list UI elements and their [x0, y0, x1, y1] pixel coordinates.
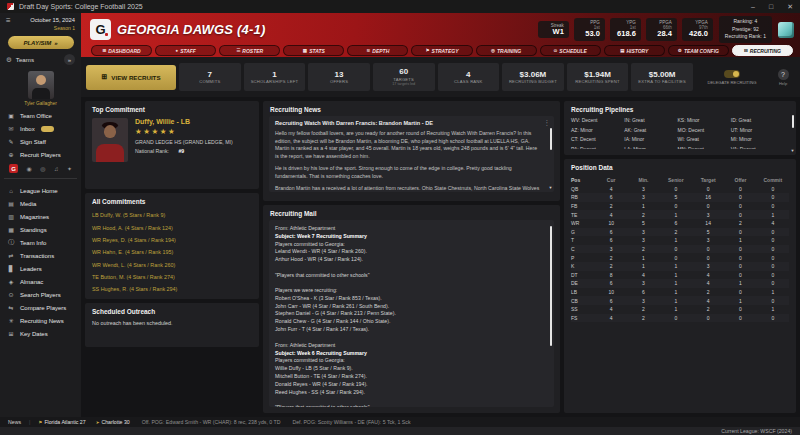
- nav-tab[interactable]: ⚑ STRATEGY: [411, 45, 472, 56]
- nav-tab[interactable]: ⚙ TEAM CONFIG: [668, 45, 729, 56]
- table-row: WR 10 5 6 14 2 4: [571, 219, 789, 228]
- pipelines-scrollbar[interactable]: [792, 115, 794, 128]
- position-cell: G: [571, 229, 595, 235]
- article-paragraph: He is driven by his love of the sport. S…: [275, 165, 542, 180]
- play-sim-button[interactable]: PLAY/SIM »: [8, 36, 74, 49]
- stat-card-value: 4: [466, 70, 470, 80]
- position-cell: C: [571, 246, 595, 252]
- commitment-item[interactable]: TE Button, M. (4 Stars / Rank 274): [85, 271, 259, 283]
- nav-tab-icon: ☰: [236, 48, 240, 53]
- ticker-item[interactable]: Def. POG: Scotty Williams - DE (FAU): 5 …: [290, 419, 410, 425]
- commitment-item[interactable]: WR Hood, A. (4 Stars / Rank 124): [85, 221, 259, 233]
- cur-cell: 10: [595, 220, 627, 226]
- pipeline-item: ID: Great: [731, 117, 784, 123]
- ticker-item[interactable]: Off. POG: Edward Smith - WR (CHAR): 8 re…: [140, 419, 281, 425]
- recruit-name[interactable]: Duffy, Willie - LB: [135, 118, 233, 125]
- roster-icon[interactable]: ◎: [40, 165, 45, 172]
- sidebar-item[interactable]: ⇄ Transactions: [4, 249, 77, 262]
- commit-cell: 0: [757, 246, 789, 252]
- sidebar-item[interactable]: ⌂ League Home: [4, 184, 77, 197]
- position-cell: WR: [571, 220, 595, 226]
- nav-tab-label: RECRUITING: [750, 48, 781, 54]
- team-logo-icon[interactable]: G: [9, 164, 18, 173]
- mail-subject[interactable]: Subject: Week 7 Recruiting Summary: [275, 233, 542, 241]
- commitment-item[interactable]: WR Reyes, D. (4 Stars / Rank 194): [85, 234, 259, 246]
- nav-tab[interactable]: ⊞ DASHBOARD: [91, 45, 152, 56]
- news-label[interactable]: News: [8, 419, 21, 425]
- toggle-switch[interactable]: [724, 70, 740, 78]
- fast-forward-icon: »: [54, 40, 57, 46]
- recruiting-rank-line: Recruiting Rank: 1: [725, 33, 766, 41]
- nav-tab[interactable]: ▦ STATS: [283, 45, 344, 56]
- position-cell: RB: [571, 194, 595, 200]
- scroll-down-icon[interactable]: ▼: [791, 148, 795, 153]
- offer-cell: 1: [724, 237, 756, 243]
- sidebar-item-label: Recruiting News: [20, 318, 64, 324]
- sidebar-item[interactable]: ▦ Standings: [4, 223, 77, 236]
- position-data-title: Position Data: [564, 159, 796, 174]
- ticker-item[interactable]: ⚑ Florida Atlantic 27: [38, 419, 85, 425]
- list-icon: ⊞: [101, 73, 107, 81]
- mail-scrollbar[interactable]: [550, 226, 552, 346]
- sidebar-item[interactable]: ▊ Leaders: [4, 262, 77, 275]
- stat-chip: PPG 1st 53.0: [574, 18, 605, 41]
- mail-line: [275, 264, 542, 272]
- min-cell: 2: [627, 306, 659, 312]
- commitment-item[interactable]: SS Hughes, R. (4 Stars / Rank 294): [85, 283, 259, 295]
- nav-tab[interactable]: ⊙ SCHEDULE: [540, 45, 601, 56]
- nav-tab[interactable]: ◎ TRAINING: [476, 45, 537, 56]
- nav-tab[interactable]: ☰ ROSTER: [219, 45, 280, 56]
- sidebar-item[interactable]: ⊙ Search Players: [4, 288, 77, 301]
- news-scrollbar[interactable]: [550, 128, 552, 150]
- nav-tab[interactable]: ⊟ RECRUITING: [732, 45, 793, 56]
- sidebar-item[interactable]: ⇆ Compare Players: [4, 301, 77, 314]
- ticker-item[interactable]: ➤ Charlotte 30: [96, 419, 130, 425]
- nav-tab[interactable]: ● STAFF: [155, 45, 216, 56]
- teams-row[interactable]: ⚙ Teams »: [4, 52, 77, 67]
- cur-cell: 6: [595, 194, 627, 200]
- stat-card-value: 13: [335, 70, 344, 80]
- expand-teams-button[interactable]: »: [64, 54, 75, 65]
- help-button[interactable]: ? Help: [771, 69, 795, 86]
- offer-cell: 0: [724, 306, 756, 312]
- nav-tab[interactable]: ≋ DEPTH: [347, 45, 408, 56]
- menu-icon[interactable]: ≡: [6, 17, 11, 25]
- sidebar-item[interactable]: ⊕ Recruit Players: [4, 148, 77, 161]
- offer-cell: 0: [724, 263, 756, 269]
- media-icon[interactable]: ♫: [54, 166, 59, 172]
- sidebar-item[interactable]: ◈ Almanac: [4, 275, 77, 288]
- coach-icon[interactable]: ◉: [26, 165, 31, 172]
- scroll-down-icon[interactable]: ▼: [549, 185, 553, 190]
- maximize-button[interactable]: □: [769, 3, 773, 11]
- cur-cell: 6: [595, 237, 627, 243]
- minimize-button[interactable]: –: [751, 3, 755, 11]
- nav-tab-label: STATS: [309, 48, 325, 54]
- commitment-item[interactable]: WR Hahn, E. (4 Stars / Rank 195): [85, 246, 259, 258]
- kebab-menu-icon[interactable]: ⋮: [544, 119, 551, 127]
- sidebar-quick-icons: G ◉ ◎ ♫ ✦: [4, 161, 77, 177]
- sidebar-item[interactable]: ✳ Recruiting News: [4, 314, 77, 327]
- nav-tab[interactable]: ▤ HISTORY: [604, 45, 665, 56]
- table-row: CB 6 3 1 4 1 0: [571, 296, 789, 305]
- view-recruits-button[interactable]: ⊞ VIEW RECRUITS: [86, 65, 176, 90]
- close-button[interactable]: ✕: [787, 3, 793, 11]
- sidebar-item[interactable]: ▣ Team Office: [4, 109, 77, 122]
- pipeline-item: MN: Decent: [678, 146, 731, 150]
- coach-avatar[interactable]: [28, 71, 54, 99]
- delegate-recruiting-toggle[interactable]: DELEGATE RECRUITING: [696, 70, 768, 85]
- commitment-item[interactable]: WR Wendt, L. (4 Stars / Rank 260): [85, 259, 259, 271]
- mail-subject[interactable]: Subject: Week 6 Recruiting Summary: [275, 350, 542, 358]
- award-icon[interactable]: ✦: [67, 165, 72, 172]
- team-stat-chips: Streak W1 PPG 1st 53.0 YPG: [538, 18, 713, 41]
- sidebar-item[interactable]: ✉ Inbox: [4, 122, 77, 135]
- article-title[interactable]: Recruiting Watch With Darren Francis: Br…: [275, 120, 542, 126]
- sidebar-item[interactable]: ✎ Sign Staff: [4, 135, 77, 148]
- sidebar-item[interactable]: ⓘ Team Info: [4, 236, 77, 249]
- table-row: FS 4 2 0 0 0 0: [571, 314, 789, 323]
- sidebar-item[interactable]: ▥ Magazines: [4, 210, 77, 223]
- sidebar-item[interactable]: ⊞ Key Dates: [4, 327, 77, 340]
- nav-tab-icon: ⊟: [744, 48, 748, 53]
- commitment-item[interactable]: LB Duffy, W. (5 Stars / Rank 9): [85, 209, 259, 221]
- sidebar-item[interactable]: ▤ Media: [4, 197, 77, 210]
- all-commitments-title: All Commitments: [85, 193, 259, 208]
